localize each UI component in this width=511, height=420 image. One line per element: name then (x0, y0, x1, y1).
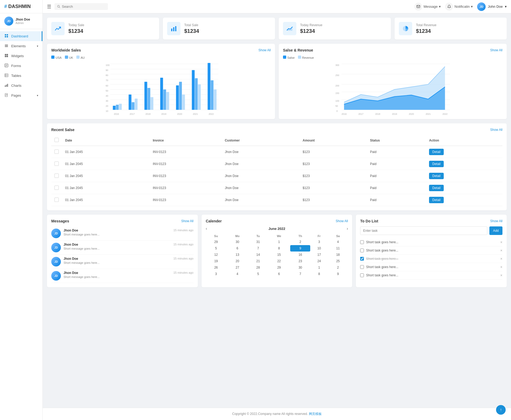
detail-button[interactable]: Detail (429, 161, 444, 167)
todo-checkbox[interactable] (360, 240, 364, 244)
footer-link[interactable]: 网页模板 (309, 412, 322, 416)
calendar-day[interactable]: 5 (206, 245, 226, 252)
calendar-day[interactable]: 30 (290, 264, 310, 271)
sidebar-item-widgets[interactable]: Widgets (0, 51, 42, 61)
worldwide-sales-show-all[interactable]: Show All (258, 48, 271, 52)
calendar-day[interactable]: 7 (290, 271, 310, 277)
calendar-day[interactable]: 29 (268, 264, 290, 271)
calendar-day[interactable]: 2 (328, 264, 348, 271)
calendar-day[interactable]: 14 (249, 252, 268, 258)
calendar-day[interactable]: 23 (290, 258, 310, 264)
calendar-show-all[interactable]: Show All (336, 219, 348, 223)
calendar-day[interactable]: 8 (310, 271, 328, 277)
recent-sales-show-all[interactable]: Show All (490, 128, 502, 132)
calendar-day[interactable]: 27 (226, 264, 249, 271)
calendar-day[interactable]: 10 (310, 245, 328, 252)
calendar-day[interactable]: 4 (226, 271, 249, 277)
svg-rect-0 (5, 34, 6, 36)
search-box[interactable] (54, 3, 108, 10)
calendar-day[interactable]: 28 (249, 264, 268, 271)
todo-checkbox[interactable] (360, 273, 364, 277)
calendar-day[interactable]: 3 (206, 271, 226, 277)
scroll-to-top-button[interactable]: ↑ (496, 405, 506, 415)
calendar-day[interactable]: 30 (226, 239, 249, 245)
detail-button[interactable]: Detail (429, 185, 444, 191)
sales-table: Date Invoice Customer Amount Status Acti… (51, 135, 502, 206)
todo-checkbox[interactable] (360, 249, 364, 252)
calendar-day-header: Mo (226, 233, 249, 239)
sidebar-item-forms[interactable]: Forms (0, 61, 42, 71)
prev-month-button[interactable]: ‹ (206, 226, 207, 231)
calendar-day[interactable]: 8 (268, 245, 290, 252)
topbar-user[interactable]: JD John Doe ▾ (477, 2, 507, 11)
message-item[interactable]: JD Jhon Doe Short message goes here... 1… (51, 226, 194, 241)
calendar-day[interactable]: 4 (328, 239, 348, 245)
svg-rect-20 (6, 85, 7, 87)
calendar-day[interactable]: 7 (249, 245, 268, 252)
row-checkbox[interactable] (54, 162, 59, 166)
calendar-day[interactable]: 6 (226, 245, 249, 252)
calendar-day[interactable]: 9 (290, 245, 310, 252)
calendar-day[interactable]: 1 (310, 264, 328, 271)
sidebar-item-tables[interactable]: Tables (0, 71, 42, 81)
todo-delete-button[interactable]: × (500, 265, 502, 269)
calendar-day[interactable]: 24 (310, 258, 328, 264)
svg-text:2018: 2018 (146, 113, 151, 115)
calendar-day[interactable]: 21 (249, 258, 268, 264)
calendar-day[interactable]: 18 (328, 252, 348, 258)
calendar-day[interactable]: 11 (328, 245, 348, 252)
sidebar-item-pages[interactable]: Pages ▾ (0, 91, 42, 100)
calendar-day[interactable]: 12 (206, 252, 226, 258)
todo-show-all[interactable]: Show All (490, 219, 502, 223)
todo-delete-button[interactable]: × (500, 248, 502, 253)
calendar-day[interactable]: 5 (249, 271, 268, 277)
todo-delete-button[interactable]: × (500, 240, 502, 244)
todo-delete-button[interactable]: × (500, 257, 502, 261)
calendar-day[interactable]: 9 (328, 271, 348, 277)
hamburger-icon[interactable]: ☰ (47, 4, 51, 10)
todo-input[interactable] (360, 226, 487, 235)
todo-delete-button[interactable]: × (500, 273, 502, 277)
calendar-day[interactable]: 6 (268, 271, 290, 277)
select-all-checkbox[interactable] (54, 138, 59, 142)
calendar-day[interactable]: 29 (206, 239, 226, 245)
detail-button[interactable]: Detail (429, 149, 444, 155)
message-item[interactable]: JD Jhon Doe Short message goes here... 1… (51, 255, 194, 269)
message-item[interactable]: JD Jhon Doe Short message goes here... 1… (51, 241, 194, 255)
calendar-day-header: Tu (249, 233, 268, 239)
row-checkbox[interactable] (54, 150, 59, 154)
sales-revenue-show-all[interactable]: Show All (490, 48, 502, 52)
row-checkbox[interactable] (54, 198, 59, 202)
calendar-day[interactable]: 13 (226, 252, 249, 258)
calendar-day[interactable]: 17 (310, 252, 328, 258)
calendar-day[interactable]: 22 (268, 258, 290, 264)
detail-button[interactable]: Detail (429, 173, 444, 179)
calendar-day[interactable]: 1 (268, 239, 290, 245)
sidebar-item-dashboard[interactable]: Dashboard (0, 31, 42, 41)
row-checkbox[interactable] (54, 186, 59, 190)
svg-text:2021: 2021 (426, 113, 431, 115)
todo-add-button[interactable]: Add (489, 226, 502, 235)
messages-show-all[interactable]: Show All (181, 219, 194, 223)
calendar-day[interactable]: 16 (290, 252, 310, 258)
calendar-day[interactable]: 15 (268, 252, 290, 258)
todo-list: Short task goes here... × Short task goe… (360, 238, 502, 280)
todo-checkbox[interactable] (360, 257, 364, 261)
calendar-day[interactable]: 19 (206, 258, 226, 264)
calendar-day[interactable]: 20 (226, 258, 249, 264)
calendar-day[interactable]: 25 (328, 258, 348, 264)
calendar-day[interactable]: 3 (310, 239, 328, 245)
sidebar-item-charts[interactable]: Charts (0, 81, 42, 91)
detail-button[interactable]: Detail (429, 197, 444, 203)
message-button[interactable]: Message ▾ (414, 3, 441, 11)
calendar-day[interactable]: 2 (290, 239, 310, 245)
calendar-day[interactable]: 31 (249, 239, 268, 245)
calendar-day[interactable]: 26 (206, 264, 226, 271)
next-month-button[interactable]: › (347, 226, 348, 231)
row-checkbox[interactable] (54, 174, 59, 178)
sidebar-item-elements[interactable]: Elements ▾ (0, 41, 42, 51)
search-input[interactable] (62, 5, 105, 9)
message-item[interactable]: JD Jhon Doe Short message goes here... 1… (51, 269, 194, 283)
todo-checkbox[interactable] (360, 265, 364, 269)
notification-button[interactable]: Notificatin ▾ (445, 3, 473, 11)
